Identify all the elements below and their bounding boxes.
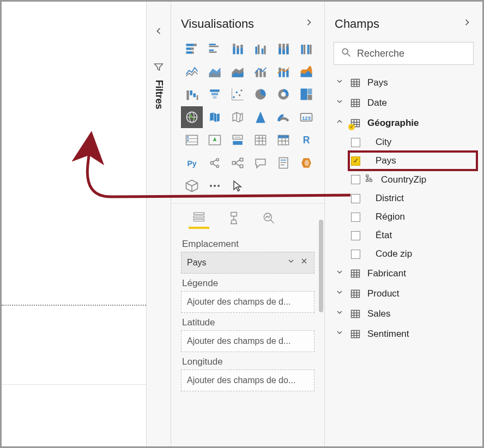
viz-decomposition-tree-icon[interactable] [228,153,247,173]
svg-rect-17 [258,45,260,55]
viz-gauge-icon[interactable] [274,107,293,127]
viz-line-clustered-column-icon[interactable] [251,62,270,81]
viz-python-visual-icon[interactable]: Py [182,153,202,173]
viz-shape-map-icon[interactable] [228,107,247,127]
svg-rect-85 [278,135,288,138]
well-latitude-label: Latitude [182,317,314,328]
table-row[interactable]: Product [332,283,477,304]
svg-rect-48 [213,96,217,99]
table-row[interactable]: Sentiment [332,324,477,344]
viz-table-icon[interactable] [251,130,270,150]
table-row[interactable]: Fabricant [332,263,477,283]
viz-map-icon[interactable] [182,107,202,127]
well-longitude-placeholder: Ajouter des champs de do... [187,376,295,385]
collapse-viz-chevron-icon[interactable] [304,17,314,31]
viz-funnel-icon[interactable] [205,84,225,104]
chevron-icon[interactable] [335,77,344,88]
viz-matrix-icon[interactable] [274,130,293,150]
field-checkbox[interactable]: ✓ [351,156,360,166]
field-name: Code zip [376,249,412,259]
well-legende-dropzone[interactable]: Ajouter des champs de d... [181,291,314,313]
chevron-icon[interactable] [335,308,344,319]
viz-line-stacked-column-icon[interactable] [274,62,293,81]
viz-stacked-column-icon[interactable] [228,39,247,58]
field-row[interactable]: District [349,189,477,208]
format-tab-icon[interactable] [223,210,244,229]
table-icon [350,77,362,88]
viz-slicer-icon[interactable] [228,130,247,150]
cursor-icon [228,176,247,196]
viz-waterfall-icon[interactable] [182,84,202,104]
svg-rect-97 [240,158,243,161]
table-row[interactable]: Sales [332,304,477,324]
well-longitude-dropzone[interactable]: Ajouter des champs de do... [181,370,314,391]
field-checkbox[interactable] [351,194,360,203]
field-row[interactable]: City [349,133,477,152]
viz-key-influencers-icon[interactable] [205,153,225,173]
svg-rect-44 [193,93,196,97]
viz-paginated-report-icon[interactable] [274,153,293,173]
well-emplacement-field[interactable]: Pays [181,252,314,274]
svg-rect-130 [352,99,360,106]
chevron-icon[interactable] [335,268,344,279]
field-row[interactable]: État [349,226,477,245]
well-latitude-dropzone[interactable]: Ajouter des champs de d... [181,330,314,352]
remove-field-icon[interactable] [300,257,308,268]
viz-scatter-icon[interactable] [228,84,247,104]
field-checkbox[interactable] [351,213,360,222]
svg-line-124 [348,53,350,56]
field-row[interactable]: Région [349,208,477,226]
fields-tab-icon[interactable] [189,210,209,229]
viz-stacked-bar-icon[interactable] [182,39,202,58]
field-row[interactable]: Code zip [349,245,477,263]
field-checkbox[interactable] [351,250,360,259]
viz-arcgis-icon[interactable] [251,107,270,127]
chevron-icon[interactable] [335,97,344,108]
viz-treemap-icon[interactable] [297,84,316,104]
table-row[interactable]: Pays [332,72,477,93]
chevron-icon[interactable] [335,288,344,299]
field-checkbox[interactable] [351,231,360,240]
viz-clustered-column-icon[interactable] [251,39,270,58]
analytics-tab-icon[interactable] [258,210,279,229]
table-row[interactable]: ✓Géographie [332,113,477,133]
field-row[interactable]: ✓Pays [349,152,477,170]
viz-custom-visual-icon[interactable] [182,176,202,196]
table-icon [350,268,362,279]
svg-rect-101 [279,158,288,168]
viz-filled-map-icon[interactable] [205,107,225,127]
filters-pane-collapsed[interactable]: Filtres [146,2,171,446]
viz-multirow-card-icon[interactable] [182,130,202,150]
chevron-down-icon[interactable] [287,257,295,268]
chevron-icon[interactable] [335,117,344,129]
svg-text:123: 123 [302,115,311,121]
svg-rect-146 [352,270,360,277]
search-input[interactable]: Recherche [334,42,474,65]
viz-donut-icon[interactable] [274,84,293,104]
viz-stacked-column-100-icon[interactable] [274,39,293,58]
viz-r-visual-icon[interactable]: R [297,130,316,150]
viz-qa-icon[interactable] [251,153,270,173]
viz-more-icon[interactable] [205,176,225,196]
viz-card-icon[interactable]: 123 [297,107,316,127]
table-row[interactable]: Date [332,93,477,113]
chevron-icon[interactable] [335,328,344,340]
field-checkbox[interactable] [351,175,360,184]
scrollbar-thumb[interactable] [319,220,323,312]
viz-clustered-bar-100-icon[interactable] [297,39,316,58]
expand-filters-chevron-icon[interactable] [147,26,171,40]
collapse-fields-chevron-icon[interactable] [462,17,473,31]
viz-pie-icon[interactable] [251,84,270,104]
viz-power-apps-icon[interactable] [297,153,316,173]
field-row[interactable]: CountryZip [349,170,477,189]
viz-stacked-area-icon[interactable] [228,62,247,81]
viz-kpi-icon[interactable] [205,130,225,150]
viz-clustered-bar-icon[interactable] [205,39,225,58]
svg-line-109 [192,183,198,186]
svg-rect-156 [352,310,360,317]
viz-ribbon-icon[interactable] [297,62,316,81]
field-checkbox[interactable] [351,138,360,147]
viz-area-icon[interactable] [205,62,225,81]
report-canvas[interactable] [2,2,146,446]
viz-line-icon[interactable] [182,62,202,81]
